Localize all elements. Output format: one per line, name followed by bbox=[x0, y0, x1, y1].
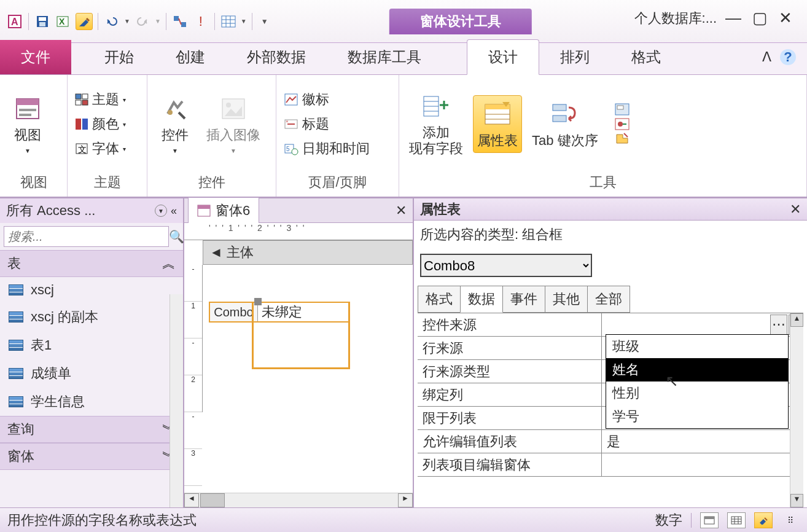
svg-point-36 bbox=[292, 149, 298, 155]
quick-access-toolbar: A X ▼ ▼ ! ▼ ▼ bbox=[0, 13, 272, 30]
property-row[interactable]: 允许编辑值列表是 bbox=[418, 430, 803, 453]
datetime-button[interactable]: 5日期和时间 bbox=[283, 137, 371, 160]
help-icon[interactable]: ? bbox=[780, 49, 796, 65]
nav-collapse-icon[interactable]: « bbox=[171, 205, 177, 217]
builder-button[interactable]: ⋯ bbox=[770, 315, 787, 335]
controls-button[interactable]: 控件▼ bbox=[154, 90, 197, 157]
document-tab[interactable]: 窗体6 bbox=[188, 197, 259, 224]
property-sheet-header: 属性表 ✕ bbox=[414, 198, 807, 221]
save-icon[interactable] bbox=[34, 13, 51, 30]
group-view-label: 视图 bbox=[6, 171, 61, 194]
svg-rect-23 bbox=[76, 119, 81, 130]
themes-button[interactable]: 主题▾ bbox=[74, 88, 127, 111]
alert-icon[interactable]: ! bbox=[192, 13, 209, 30]
colors-icon bbox=[75, 118, 88, 130]
nav-item-table[interactable]: 学生信息 bbox=[0, 388, 183, 416]
tab-order-button[interactable]: Tab 键次序 bbox=[528, 96, 602, 152]
property-row[interactable]: 控件来源 ⋯ ▼ bbox=[418, 313, 803, 337]
ptab-all[interactable]: 全部 bbox=[587, 286, 630, 313]
datasheet-view-button[interactable] bbox=[727, 512, 746, 528]
detail-section-bar[interactable]: ◄ 主体 bbox=[203, 240, 413, 265]
collapse-ribbon-icon[interactable]: ᐱ bbox=[762, 49, 771, 65]
ptab-other[interactable]: 其他 bbox=[545, 286, 588, 313]
property-scrollbar[interactable]: ▲▼ bbox=[790, 313, 803, 507]
dropdown-item[interactable]: 性别 bbox=[606, 381, 788, 405]
nav-scrollbar[interactable] bbox=[170, 294, 183, 507]
design-mode-icon[interactable] bbox=[76, 13, 93, 30]
dropdown-item[interactable]: 姓名 bbox=[606, 358, 788, 381]
design-view-button[interactable] bbox=[754, 512, 773, 528]
nav-section-queries[interactable]: 查询︾ bbox=[0, 416, 183, 443]
dropdown-item[interactable]: 学号 bbox=[606, 405, 788, 428]
tab-design[interactable]: 设计 bbox=[467, 39, 539, 75]
colors-button[interactable]: 颜色▾ bbox=[74, 112, 127, 136]
add-fields-button[interactable]: 添加 现有字段 bbox=[405, 88, 467, 161]
tab-home[interactable]: 开始 bbox=[84, 40, 155, 74]
export-excel-icon[interactable]: X bbox=[55, 13, 72, 30]
fonts-button[interactable]: 文字体▾ bbox=[74, 137, 127, 160]
close-button[interactable]: ✕ bbox=[776, 9, 795, 28]
ptab-data[interactable]: 数据 bbox=[460, 286, 503, 313]
code-icon[interactable] bbox=[614, 117, 630, 131]
group-header-label: 页眉/页脚 bbox=[283, 171, 392, 194]
table-icon bbox=[9, 284, 23, 295]
ptab-event[interactable]: 事件 bbox=[502, 286, 545, 313]
main-area: 所有 Access ... ▼ « 🔍 表︽ xscj xscj 的副本 表1 … bbox=[0, 198, 807, 507]
qat-customize-icon[interactable]: ▼ bbox=[257, 17, 272, 26]
redo-icon[interactable] bbox=[134, 13, 151, 30]
nav-item-table[interactable]: 成绩单 bbox=[0, 359, 183, 388]
nav-item-table[interactable]: 表1 bbox=[0, 331, 183, 359]
restore-button[interactable]: ▢ bbox=[750, 9, 770, 28]
field-dropdown: 班级 姓名 性别 学号 ↖ bbox=[606, 334, 789, 429]
convert-macros-icon[interactable] bbox=[614, 132, 630, 146]
undo-dropdown-icon[interactable]: ▼ bbox=[124, 18, 130, 25]
subform-icon[interactable] bbox=[614, 103, 630, 116]
datasheet-icon[interactable] bbox=[220, 13, 237, 30]
nav-section-forms[interactable]: 窗体︾ bbox=[0, 443, 183, 470]
title-button[interactable]: ×标题 bbox=[283, 112, 371, 136]
tab-external[interactable]: 外部数据 bbox=[226, 40, 327, 74]
logo-button[interactable]: 徽标 bbox=[283, 88, 371, 111]
property-row[interactable]: 列表项目编辑窗体 bbox=[418, 453, 803, 477]
collapse-icon: ︽ bbox=[162, 254, 176, 273]
search-icon[interactable]: 🔍 bbox=[169, 229, 184, 244]
nav-header[interactable]: 所有 Access ... ▼ « bbox=[0, 198, 183, 223]
nav-item-table[interactable]: xscj 的副本 bbox=[0, 303, 183, 331]
form-design-canvas: 窗体6 ✕ ' ' ' 1 ' ' ' 2 ' ' ' 3 ' ' ◄ 主体 -… bbox=[184, 198, 414, 507]
nav-item-table[interactable]: xscj bbox=[0, 277, 183, 303]
nav-filter-icon[interactable]: ▼ bbox=[155, 205, 167, 217]
design-surface[interactable]: -1-2-3 Combo 未绑定 bbox=[203, 265, 413, 412]
svg-rect-24 bbox=[82, 119, 88, 130]
table-icon bbox=[9, 396, 23, 407]
datasheet-dropdown-icon[interactable]: ▼ bbox=[241, 18, 247, 25]
title-icon: × bbox=[284, 117, 298, 131]
svg-rect-20 bbox=[82, 94, 88, 99]
undo-icon[interactable] bbox=[103, 13, 120, 30]
form-view-button[interactable] bbox=[700, 512, 719, 528]
ptab-format[interactable]: 格式 bbox=[418, 286, 461, 313]
dropdown-item[interactable]: 班级 bbox=[606, 335, 788, 358]
property-sheet-button[interactable]: 属性表 bbox=[473, 95, 522, 153]
tab-format[interactable]: 格式 bbox=[610, 40, 682, 74]
contextual-tab-label: 窗体设计工具 bbox=[389, 9, 532, 34]
close-property-sheet-icon[interactable]: ✕ bbox=[790, 201, 801, 217]
nav-section-tables[interactable]: 表︽ bbox=[0, 250, 183, 277]
insert-image-button[interactable]: 插入图像▼ bbox=[203, 90, 264, 157]
tab-create[interactable]: 创建 bbox=[155, 40, 226, 74]
tab-file[interactable]: 文件 bbox=[0, 40, 71, 74]
tab-arrange[interactable]: 排列 bbox=[539, 40, 610, 74]
close-document-icon[interactable]: ✕ bbox=[396, 203, 407, 219]
horizontal-ruler: ' ' ' 1 ' ' ' 2 ' ' ' 3 ' ' bbox=[184, 223, 413, 240]
navigation-pane: 所有 Access ... ▼ « 🔍 表︽ xscj xscj 的副本 表1 … bbox=[0, 198, 184, 507]
tab-dbtools[interactable]: 数据库工具 bbox=[327, 40, 442, 74]
search-input[interactable] bbox=[4, 226, 169, 247]
layout-view-button[interactable]: ⠿ bbox=[781, 512, 800, 528]
minimize-button[interactable]: — bbox=[723, 9, 744, 28]
horizontal-scrollbar[interactable]: ◄ ► bbox=[184, 493, 413, 507]
control-selector-dropdown[interactable]: Combo8 bbox=[420, 254, 592, 277]
property-row[interactable]: 行来源 班级 姓名 性别 学号 ↖ bbox=[418, 337, 803, 360]
relationships-icon[interactable] bbox=[171, 13, 189, 30]
control-source-value[interactable]: ⋯ ▼ bbox=[602, 313, 803, 336]
control-selector: Combo8 bbox=[414, 249, 807, 282]
view-button[interactable]: 视图 ▼ bbox=[6, 90, 49, 157]
